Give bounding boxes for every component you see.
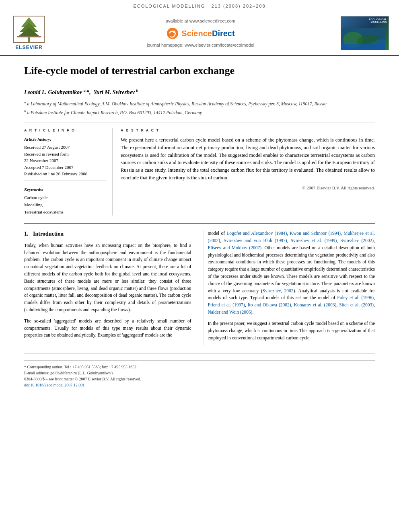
- keyword-3: Terrestrial ecosystems: [24, 209, 106, 216]
- journal-name: ECOLOGICAL MODELLING: [133, 4, 205, 8]
- cover-label: ECOLOGICALMODELLING: [369, 18, 387, 24]
- copyright: © 2007 Elsevier B.V. All rights reserved…: [121, 185, 375, 191]
- footer-license: 0304-3800/$ – see front matter © 2007 El…: [24, 376, 375, 382]
- published-date: Published on line 20 February 2008: [24, 170, 106, 177]
- section-number: 1.: [24, 231, 29, 237]
- authors-line: Leonid L. Golubyatnikov a,*, Yuri M. Svi…: [24, 88, 375, 96]
- available-text: available at www.sciencedirect.com: [166, 18, 235, 24]
- article-info-left: A R T I C L E I N F O Article history: R…: [24, 128, 113, 216]
- author-b-sup: b: [136, 88, 138, 92]
- volume-info: 213 (2008) 202–208: [212, 4, 266, 8]
- body-left: 1. Introduction Today, when human activi…: [24, 230, 195, 345]
- svg-rect-4: [17, 36, 41, 37]
- journal-cover: ECOLOGICALMODELLING: [341, 16, 389, 50]
- received-revised-date: 22 November 2007: [24, 157, 106, 164]
- right-paragraph-2: In the present paper, we suggest a terre…: [208, 320, 375, 341]
- article-info-section: A R T I C L E I N F O Article history: R…: [24, 123, 375, 216]
- author-a-sup: a,: [84, 88, 87, 92]
- article-title: Life-cycle model of terrestrial carbon e…: [24, 64, 375, 81]
- abstract-label: A B S T R A C T: [121, 128, 375, 133]
- received-revised-label: Received in revised form: [24, 151, 106, 158]
- author-svirezhev: Yuri M. Svirezhev: [94, 89, 135, 95]
- banner-right: ECOLOGICALMODELLING: [339, 16, 391, 50]
- accepted-date: Accepted 7 December 2007: [24, 164, 106, 171]
- article-info-label: A R T I C L E I N F O: [24, 128, 106, 133]
- right-paragraph-1: model of Logofet and Alexandrov (1984), …: [208, 230, 375, 316]
- svg-point-7: [173, 31, 175, 33]
- sciencedirect-icon: [166, 27, 179, 40]
- elsevier-tree-icon: [13, 15, 45, 43]
- elsevier-logo: ELSEVIER: [8, 15, 56, 51]
- main-content: Life-cycle model of terrestrial carbon e…: [0, 56, 399, 396]
- received-1: Received 27 August 2007: [24, 144, 106, 151]
- history-label: Article history:: [24, 136, 106, 142]
- affiliation-b: b b Potsdam Institute for Climate Impact…: [24, 109, 375, 116]
- footer-doi: doi:10.1016/j.ecolmodel.2007.12.001: [24, 382, 375, 388]
- elsevier-label: ELSEVIER: [15, 44, 42, 51]
- footer-corresponding: * Corresponding author. Tel.: +7 495 951…: [24, 364, 375, 370]
- footer-section: * Corresponding author. Tel.: +7 495 951…: [24, 353, 375, 388]
- footer-email: E-mail address: golub@ifaran.ru (L.L. Go…: [24, 370, 375, 376]
- keyword-2: Modelling: [24, 201, 106, 209]
- article-info-right: A B S T R A C T We present here a terres…: [121, 128, 375, 216]
- journal-homepage: journal homepage: www.elsevier.com/locat…: [147, 42, 254, 48]
- intro-paragraph-1: Today, when human activities have an inc…: [24, 242, 191, 314]
- body-right: model of Logofet and Alexandrov (1984), …: [204, 230, 375, 345]
- sciencedirect-logo: ScienceDirect: [166, 27, 234, 40]
- sciencedirect-text: ScienceDirect: [181, 28, 234, 39]
- banner: ELSEVIER available at www.sciencedirect.…: [0, 11, 399, 56]
- intro-paragraph-2: The so-called 'aggregated' models are de…: [24, 318, 191, 339]
- journal-header: ECOLOGICAL MODELLING 213 (2008) 202–208: [0, 0, 399, 11]
- author-golubyatnikov: Leonid L. Golubyatnikov: [24, 89, 82, 95]
- cover-image: [341, 28, 385, 50]
- keywords-label: Keywords:: [24, 187, 106, 193]
- body-section: 1. Introduction Today, when human activi…: [24, 223, 375, 345]
- affiliation-a: a a Laboratory of Mathematical Ecology, …: [24, 100, 375, 107]
- banner-center: available at www.sciencedirect.com Scien…: [62, 18, 339, 48]
- page: ECOLOGICAL MODELLING 213 (2008) 202–208 …: [0, 0, 399, 396]
- section-title-text: Introduction: [33, 231, 64, 237]
- abstract-text: We present here a terrestrial carbon cyc…: [121, 136, 375, 182]
- section1-title: 1. Introduction: [24, 230, 191, 238]
- keyword-1: Carbon cycle: [24, 194, 106, 201]
